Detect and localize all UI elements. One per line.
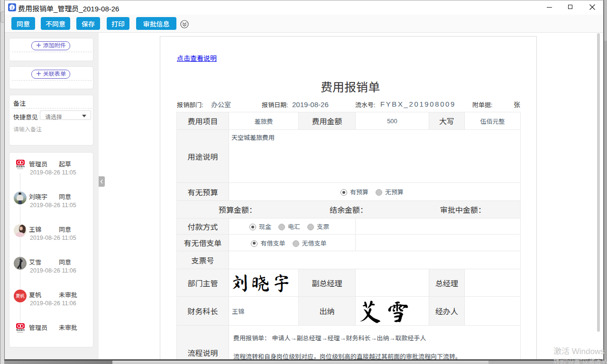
svg-text:i: i [11,5,13,10]
svg-text:华天动力: 华天动力 [16,165,25,168]
svg-text:华天动力: 华天动力 [16,328,25,331]
